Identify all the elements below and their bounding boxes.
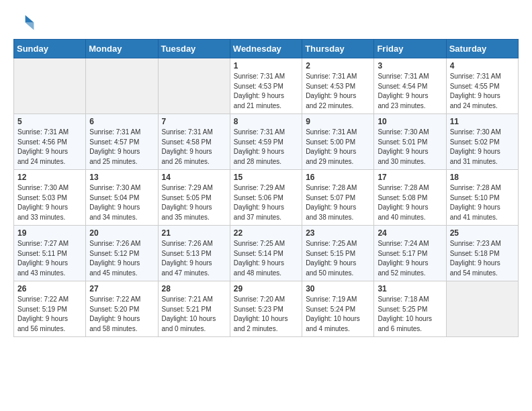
day-content: Sunrise: 7:28 AM Sunset: 5:10 PM Dayligh…	[450, 183, 515, 222]
day-number: 4	[450, 61, 515, 71]
day-number: 14	[162, 173, 226, 182]
day-content: Sunrise: 7:21 AM Sunset: 5:21 PM Dayligh…	[162, 295, 226, 334]
day-content: Sunrise: 7:31 AM Sunset: 4:57 PM Dayligh…	[89, 128, 154, 167]
calendar-day-cell: 16Sunrise: 7:28 AM Sunset: 5:07 PM Dayli…	[302, 170, 374, 226]
day-content: Sunrise: 7:31 AM Sunset: 4:59 PM Dayligh…	[234, 128, 298, 167]
calendar-day-cell: 5Sunrise: 7:31 AM Sunset: 4:56 PM Daylig…	[14, 114, 86, 170]
day-content: Sunrise: 7:25 AM Sunset: 5:15 PM Dayligh…	[306, 239, 370, 278]
day-content: Sunrise: 7:31 AM Sunset: 4:58 PM Dayligh…	[162, 128, 226, 167]
day-content: Sunrise: 7:22 AM Sunset: 5:20 PM Dayligh…	[89, 295, 154, 334]
calendar-day-cell	[158, 58, 230, 114]
day-number: 12	[17, 173, 82, 182]
day-number: 18	[450, 173, 515, 182]
calendar-day-cell: 7Sunrise: 7:31 AM Sunset: 4:58 PM Daylig…	[158, 114, 230, 170]
day-content: Sunrise: 7:29 AM Sunset: 5:05 PM Dayligh…	[162, 183, 226, 222]
day-number: 26	[17, 284, 82, 293]
day-number: 19	[17, 228, 82, 238]
day-content: Sunrise: 7:26 AM Sunset: 5:12 PM Dayligh…	[89, 239, 154, 278]
day-number: 27	[89, 284, 154, 293]
calendar-day-cell: 9Sunrise: 7:31 AM Sunset: 5:00 PM Daylig…	[302, 114, 374, 170]
day-content: Sunrise: 7:18 AM Sunset: 5:25 PM Dayligh…	[378, 295, 442, 334]
calendar-day-cell: 28Sunrise: 7:21 AM Sunset: 5:21 PM Dayli…	[158, 281, 230, 337]
day-content: Sunrise: 7:20 AM Sunset: 5:23 PM Dayligh…	[234, 295, 298, 334]
calendar-day-cell: 29Sunrise: 7:20 AM Sunset: 5:23 PM Dayli…	[230, 281, 302, 337]
day-content: Sunrise: 7:30 AM Sunset: 5:03 PM Dayligh…	[17, 183, 82, 222]
day-number: 25	[450, 228, 515, 238]
header	[13, 11, 519, 32]
calendar-day-cell: 10Sunrise: 7:30 AM Sunset: 5:01 PM Dayli…	[374, 114, 446, 170]
calendar-day-cell: 1Sunrise: 7:31 AM Sunset: 4:53 PM Daylig…	[230, 58, 302, 114]
day-content: Sunrise: 7:24 AM Sunset: 5:17 PM Dayligh…	[378, 239, 442, 278]
day-number: 13	[89, 173, 154, 182]
day-number: 22	[234, 228, 298, 238]
day-content: Sunrise: 7:30 AM Sunset: 5:04 PM Dayligh…	[89, 183, 154, 222]
day-content: Sunrise: 7:31 AM Sunset: 4:56 PM Dayligh…	[17, 128, 82, 167]
day-content: Sunrise: 7:31 AM Sunset: 4:53 PM Dayligh…	[306, 72, 370, 111]
day-number: 10	[378, 117, 442, 126]
day-content: Sunrise: 7:25 AM Sunset: 5:14 PM Dayligh…	[234, 239, 298, 278]
calendar-week-row: 5Sunrise: 7:31 AM Sunset: 4:56 PM Daylig…	[14, 114, 519, 170]
calendar-day-cell: 30Sunrise: 7:19 AM Sunset: 5:24 PM Dayli…	[302, 281, 374, 337]
day-number: 23	[306, 228, 370, 238]
calendar-header-row: SundayMondayTuesdayWednesdayThursdayFrid…	[14, 40, 519, 58]
calendar-day-cell: 20Sunrise: 7:26 AM Sunset: 5:12 PM Dayli…	[86, 226, 158, 281]
calendar-weekday-header: Monday	[86, 40, 158, 58]
day-content: Sunrise: 7:22 AM Sunset: 5:19 PM Dayligh…	[17, 295, 82, 334]
day-content: Sunrise: 7:28 AM Sunset: 5:07 PM Dayligh…	[306, 183, 370, 222]
calendar-day-cell	[446, 281, 518, 337]
day-number: 20	[89, 228, 154, 238]
calendar-day-cell: 18Sunrise: 7:28 AM Sunset: 5:10 PM Dayli…	[446, 170, 518, 226]
logo-icon	[13, 11, 35, 32]
day-number: 3	[378, 61, 442, 71]
calendar-day-cell: 6Sunrise: 7:31 AM Sunset: 4:57 PM Daylig…	[86, 114, 158, 170]
day-content: Sunrise: 7:28 AM Sunset: 5:08 PM Dayligh…	[378, 183, 442, 222]
day-number: 15	[234, 173, 298, 182]
calendar-day-cell: 24Sunrise: 7:24 AM Sunset: 5:17 PM Dayli…	[374, 226, 446, 281]
day-content: Sunrise: 7:31 AM Sunset: 4:53 PM Dayligh…	[234, 72, 298, 111]
calendar-day-cell: 13Sunrise: 7:30 AM Sunset: 5:04 PM Dayli…	[86, 170, 158, 226]
logo	[13, 11, 38, 32]
day-number: 8	[234, 117, 298, 126]
calendar-weekday-header: Friday	[374, 40, 446, 58]
calendar-day-cell: 21Sunrise: 7:26 AM Sunset: 5:13 PM Dayli…	[158, 226, 230, 281]
calendar-day-cell: 27Sunrise: 7:22 AM Sunset: 5:20 PM Dayli…	[86, 281, 158, 337]
calendar-day-cell: 26Sunrise: 7:22 AM Sunset: 5:19 PM Dayli…	[14, 281, 86, 337]
calendar-week-row: 19Sunrise: 7:27 AM Sunset: 5:11 PM Dayli…	[14, 226, 519, 281]
day-number: 5	[17, 117, 82, 126]
calendar-day-cell: 19Sunrise: 7:27 AM Sunset: 5:11 PM Dayli…	[14, 226, 86, 281]
calendar-day-cell: 14Sunrise: 7:29 AM Sunset: 5:05 PM Dayli…	[158, 170, 230, 226]
day-number: 28	[162, 284, 226, 293]
calendar-week-row: 1Sunrise: 7:31 AM Sunset: 4:53 PM Daylig…	[14, 58, 519, 114]
day-number: 6	[89, 117, 154, 126]
calendar-day-cell: 31Sunrise: 7:18 AM Sunset: 5:25 PM Dayli…	[374, 281, 446, 337]
day-content: Sunrise: 7:31 AM Sunset: 5:00 PM Dayligh…	[306, 128, 370, 167]
calendar-day-cell: 25Sunrise: 7:23 AM Sunset: 5:18 PM Dayli…	[446, 226, 518, 281]
calendar-day-cell: 23Sunrise: 7:25 AM Sunset: 5:15 PM Dayli…	[302, 226, 374, 281]
day-number: 21	[162, 228, 226, 238]
day-number: 17	[378, 173, 442, 182]
day-content: Sunrise: 7:23 AM Sunset: 5:18 PM Dayligh…	[450, 239, 515, 278]
day-number: 30	[306, 284, 370, 293]
day-number: 11	[450, 117, 515, 126]
day-content: Sunrise: 7:19 AM Sunset: 5:24 PM Dayligh…	[306, 295, 370, 334]
calendar-weekday-header: Thursday	[302, 40, 374, 58]
day-number: 24	[378, 228, 442, 238]
calendar-week-row: 26Sunrise: 7:22 AM Sunset: 5:19 PM Dayli…	[14, 281, 519, 337]
calendar-body: 1Sunrise: 7:31 AM Sunset: 4:53 PM Daylig…	[14, 58, 519, 337]
calendar-day-cell: 3Sunrise: 7:31 AM Sunset: 4:54 PM Daylig…	[374, 58, 446, 114]
calendar-weekday-header: Wednesday	[230, 40, 302, 58]
page: SundayMondayTuesdayWednesdayThursdayFrid…	[0, 0, 532, 348]
calendar-day-cell	[86, 58, 158, 114]
calendar-weekday-header: Saturday	[446, 40, 518, 58]
day-content: Sunrise: 7:27 AM Sunset: 5:11 PM Dayligh…	[17, 239, 82, 278]
calendar-day-cell: 2Sunrise: 7:31 AM Sunset: 4:53 PM Daylig…	[302, 58, 374, 114]
day-content: Sunrise: 7:26 AM Sunset: 5:13 PM Dayligh…	[162, 239, 226, 278]
calendar-day-cell: 22Sunrise: 7:25 AM Sunset: 5:14 PM Dayli…	[230, 226, 302, 281]
calendar-day-cell	[14, 58, 86, 114]
calendar-weekday-header: Tuesday	[158, 40, 230, 58]
day-number: 29	[234, 284, 298, 293]
calendar-day-cell: 17Sunrise: 7:28 AM Sunset: 5:08 PM Dayli…	[374, 170, 446, 226]
day-number: 2	[306, 61, 370, 71]
day-content: Sunrise: 7:30 AM Sunset: 5:01 PM Dayligh…	[378, 128, 442, 167]
calendar-day-cell: 12Sunrise: 7:30 AM Sunset: 5:03 PM Dayli…	[14, 170, 86, 226]
